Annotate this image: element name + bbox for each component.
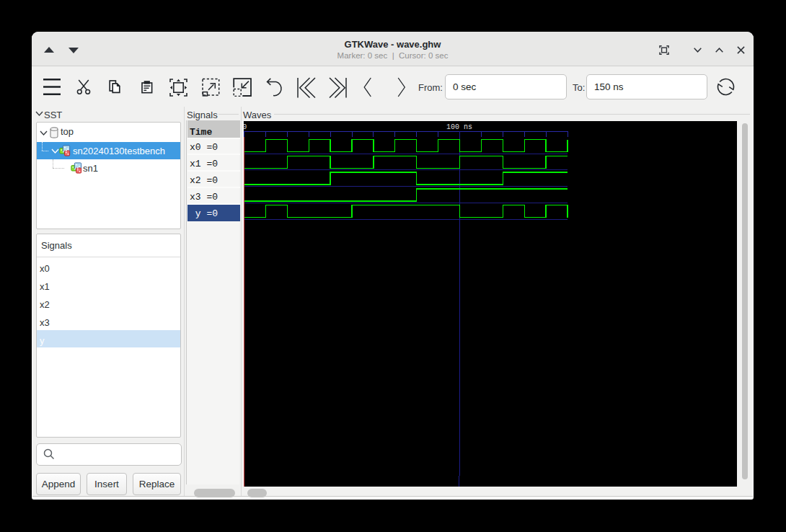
svg-text:0: 0 xyxy=(244,123,247,131)
svg-text:100 ns: 100 ns xyxy=(446,123,472,131)
